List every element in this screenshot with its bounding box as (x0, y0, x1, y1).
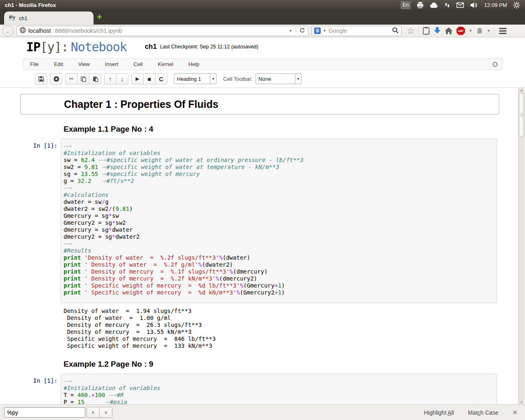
clock[interactable]: 12:09 PM (484, 2, 507, 8)
bookmark-star-icon[interactable]: ☆ (407, 27, 415, 35)
run-icon: ▶ (135, 76, 139, 82)
cut-cell-button[interactable]: ✂ (65, 73, 78, 84)
ipython-logo[interactable]: IP[y]:Notebook (26, 40, 127, 54)
code-input-area[interactable]: ⟶#Initialization of variablesT = 460.+10… (61, 374, 497, 404)
scrollbar-thumb[interactable] (519, 93, 524, 137)
url-dropdown-caret[interactable]: ▼ (289, 29, 292, 33)
notebook-title[interactable]: ch1 (145, 43, 157, 51)
code-cell: In [1]:⟶#Initialization of variablesT = … (20, 374, 497, 404)
notebook-cells: Chapter 1 : Properties Of FluidsExample … (0, 87, 525, 404)
tab-title: ch1 (19, 15, 27, 21)
menu-cell[interactable]: Cell (133, 61, 142, 67)
save-icon (38, 76, 44, 82)
language-indicator[interactable]: En (401, 1, 411, 9)
window-titlebar: ch1 - Mozilla Firefox En 12:09 PM (0, 0, 525, 10)
system-tray: En 12:09 PM (401, 1, 520, 9)
close-icon[interactable]: ✕ (512, 409, 518, 416)
match-case-button[interactable]: Match Case (468, 409, 499, 416)
mail-icon[interactable] (457, 2, 464, 8)
selected-heading-cell[interactable]: Chapter 1 : Properties Of Fluids (20, 94, 499, 114)
menu-file[interactable]: File (30, 61, 39, 67)
move-cell-down-button[interactable]: ↓ (116, 73, 128, 84)
navbar-divider-1 (418, 27, 419, 34)
globe-icon (20, 27, 26, 34)
chevron-down-icon: ∨ (104, 410, 107, 415)
plugin-icon[interactable] (476, 27, 483, 34)
checkpoint-status: Last Checkpoint: Sep 25 11:12 (autosaved… (160, 44, 258, 50)
code-line: #Initialization of variables (64, 150, 494, 157)
download-icon[interactable] (434, 27, 441, 35)
code-line: print 'Density of water = %.2f slugs/ft*… (64, 254, 494, 261)
paste-icon (92, 76, 98, 82)
highlight-all-button[interactable]: Highlight All (424, 409, 454, 416)
chapter-heading: Chapter 1 : Properties Of Fluids (64, 98, 218, 110)
code-line: #Results (64, 247, 494, 254)
interrupt-kernel-button[interactable]: ■ (143, 73, 155, 84)
run-cell-button[interactable]: ▶ (131, 73, 144, 84)
find-input[interactable] (4, 407, 85, 418)
notebook-menubar: FileEditViewInsertCellKernelHelp (23, 58, 503, 70)
save-button[interactable] (35, 73, 47, 84)
paste-cell-button[interactable] (89, 73, 101, 84)
find-previous-button[interactable]: ∧ (87, 407, 100, 418)
adblock-caret[interactable]: ▼ (469, 29, 472, 33)
move-up-icon: ↑ (109, 76, 112, 82)
code-input-area[interactable]: ⟶#Initialization of variablessw = 62.4 ⟶… (61, 139, 497, 303)
code-line: print ' Specific weight of mercury = %d … (64, 282, 494, 289)
plugin-caret[interactable]: ▼ (487, 29, 491, 33)
cloud-icon[interactable] (430, 2, 438, 8)
page-scrollbar[interactable]: ▲ ▼ (518, 88, 525, 404)
kernel-indicator-icon (493, 62, 498, 67)
code-line: ⟶ (64, 240, 494, 247)
input-prompt: In [1]: (20, 374, 61, 404)
cell-type-value: Heading 1 (174, 76, 210, 82)
volume-icon[interactable] (470, 2, 478, 8)
cell-toolbar-select[interactable]: None ▼ (256, 73, 301, 84)
search-input[interactable]: Google (329, 27, 390, 34)
printer-icon[interactable] (417, 2, 424, 8)
search-icon[interactable] (392, 27, 399, 35)
search-engine-caret[interactable]: ▼ (323, 29, 326, 33)
reload-icon[interactable] (299, 27, 305, 34)
code-line: print ' Density of mercury = %.2f kN/m**… (64, 275, 494, 282)
browser-tab-ch1[interactable]: IPy ch1 (4, 11, 94, 25)
search-bar[interactable]: 8 ▼ Google (311, 26, 402, 36)
code-line: ⟶ (64, 143, 494, 150)
code-line: Gmercury2 = sg*sw2 (64, 219, 494, 226)
add-cell-button[interactable] (50, 73, 62, 84)
restart-kernel-button[interactable]: C (155, 73, 167, 84)
code-line: Gmercury = sg*sw (64, 212, 494, 219)
cell-type-select[interactable]: Heading 1 ▼ (174, 73, 217, 84)
example-heading[interactable]: Example 1.2 Page No : 9 (64, 360, 497, 369)
clipboard-icon[interactable] (422, 27, 430, 35)
find-next-button[interactable]: ∨ (99, 407, 112, 418)
network-arrows-icon[interactable] (444, 2, 450, 8)
example-heading[interactable]: Example 1.1 Page No : 4 (64, 125, 497, 134)
scroll-down-icon[interactable]: ▼ (518, 401, 525, 404)
menu-edit[interactable]: Edit (54, 61, 63, 67)
notebook-toolbar: ✂ ↑ ↓ ▶ ■ C Heading 1 ▼ Cell Toolbar: No… (35, 73, 525, 84)
code-line: T = 460.+100 ⟶#R (64, 392, 494, 399)
code-line: sg = 13.55 →#specific weight of mercury (64, 171, 494, 178)
menu-insert[interactable]: Insert (105, 61, 119, 67)
back-button[interactable]: ← (2, 25, 14, 37)
notebook-header: IP[y]:Notebook ch1 Last Checkpoint: Sep … (0, 37, 525, 56)
url-bar[interactable]: localhost:8888/notebooks/ch1.ipynb ▼ (16, 26, 308, 36)
scroll-up-icon[interactable]: ▲ (518, 89, 525, 91)
code-line: sw = 62.4 ⟶#specific weight of water at … (64, 157, 494, 164)
move-cell-up-button[interactable]: ↑ (104, 73, 116, 84)
menu-help[interactable]: Help (188, 61, 199, 67)
code-line: #Initialization of variables (64, 385, 494, 392)
add-cell-icon (53, 76, 59, 82)
adblock-icon[interactable]: ABP (457, 27, 465, 35)
menu-kernel[interactable]: Kernel (158, 61, 173, 67)
menu-icon[interactable] (498, 27, 507, 35)
cut-icon: ✂ (69, 75, 74, 82)
home-icon[interactable] (445, 27, 453, 34)
code-line: dmercury2 = sg*dwater2 (64, 233, 494, 240)
copy-cell-button[interactable] (77, 73, 89, 84)
gear-icon[interactable] (513, 2, 520, 9)
new-tab-button[interactable]: + (97, 12, 102, 22)
menu-view[interactable]: View (78, 61, 90, 67)
find-bar: ∧ ∨ Highlight All Match Case ✕ (0, 404, 525, 420)
